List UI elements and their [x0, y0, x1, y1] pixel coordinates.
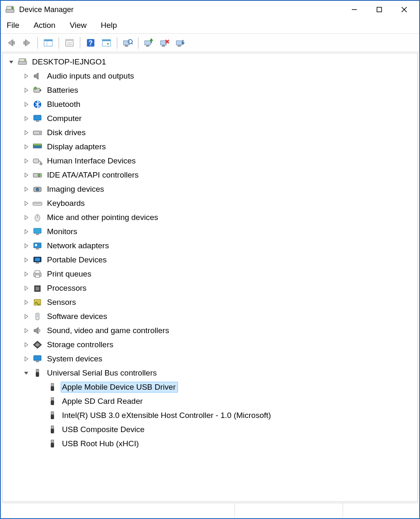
tree-device-row[interactable]: Apple Mobile Device USB Driver [2, 380, 418, 394]
tree-category-label: Print queues [46, 269, 94, 279]
toolbar-help-button[interactable]: ? [84, 36, 98, 50]
toolbar-disable-button[interactable] [173, 36, 188, 50]
svg-rect-63 [36, 248, 39, 250]
tree-category-label: Sensors [46, 297, 78, 308]
chevron-right-icon[interactable] [22, 156, 31, 166]
toolbar-forward-button[interactable] [20, 36, 34, 50]
toolbar-showhide-button[interactable] [41, 36, 55, 50]
toolbar-refresh-button[interactable] [99, 36, 114, 50]
tree-category-row[interactable]: Software devices [2, 309, 418, 324]
toolbar-separator [80, 37, 80, 49]
svg-rect-13 [66, 40, 73, 41]
menu-help[interactable]: Help [99, 20, 119, 31]
svg-rect-85 [51, 415, 54, 419]
svg-rect-54 [36, 203, 37, 204]
tree-category-label: Monitors [46, 226, 79, 237]
tree-category-label: Audio inputs and outputs [46, 71, 136, 82]
tree-category-row[interactable]: System devices [2, 352, 418, 366]
chevron-right-icon[interactable] [22, 269, 31, 279]
sound-icon [32, 326, 43, 336]
svg-rect-30 [176, 41, 182, 45]
chevron-right-icon[interactable] [22, 171, 31, 180]
tree-category-row[interactable]: Display adapters [2, 140, 418, 154]
tree-category-label: Mice and other pointing devices [46, 212, 160, 223]
chevron-right-icon[interactable] [22, 185, 31, 194]
chevron-down-icon[interactable] [22, 368, 31, 378]
close-button[interactable] [392, 1, 417, 18]
svg-rect-27 [162, 45, 165, 47]
chevron-right-icon[interactable] [22, 142, 31, 151]
tree-device-label: USB Root Hub (xHCI) [61, 438, 141, 449]
tree-category-label: Network adapters [46, 240, 111, 251]
tree-device-label: Intel(R) USB 3.0 eXtensible Host Control… [61, 410, 273, 421]
menu-file[interactable]: File [5, 20, 21, 31]
tree-category-row[interactable]: Network adapters [2, 239, 418, 253]
tree-category-label: Processors [46, 283, 89, 294]
toolbar-back-button[interactable] [4, 36, 18, 50]
tree-device-row[interactable]: Intel(R) USB 3.0 eXtensible Host Control… [2, 408, 418, 423]
chevron-right-icon[interactable] [22, 354, 31, 363]
usb-icon [32, 368, 43, 378]
chevron-right-icon[interactable] [22, 298, 31, 307]
toolbar-separator [37, 37, 38, 49]
statusbar [2, 503, 418, 517]
chevron-right-icon[interactable] [22, 72, 31, 81]
chevron-right-icon[interactable] [22, 128, 31, 137]
toolbar-update-button[interactable] [142, 36, 156, 50]
tree-category-row[interactable]: Portable Devices [2, 253, 418, 267]
chevron-right-icon[interactable] [22, 284, 31, 293]
tree-device-row[interactable]: USB Composite Device [2, 423, 418, 437]
usb-icon [47, 425, 58, 435]
menu-view[interactable]: View [68, 20, 88, 31]
minimize-button[interactable] [342, 1, 367, 18]
tree-category-row[interactable]: Batteries [2, 83, 418, 97]
chevron-right-icon[interactable] [22, 199, 31, 208]
chevron-right-icon[interactable] [22, 326, 31, 335]
svg-rect-86 [51, 426, 54, 429]
chevron-right-icon[interactable] [22, 312, 31, 321]
svg-rect-53 [35, 203, 36, 204]
tree-category-row[interactable]: Computer [2, 111, 418, 126]
tree-device-label: USB Composite Device [61, 424, 147, 435]
tree-category-row[interactable]: Sensors [2, 295, 418, 309]
tree-category-row[interactable]: IDE ATA/ATAPI controllers [2, 168, 418, 182]
tree-category-row[interactable]: Print queues [2, 267, 418, 281]
toolbar-scan-button[interactable] [121, 36, 135, 50]
tree-category-row[interactable]: Storage controllers [2, 338, 418, 352]
tree-category-row[interactable]: Imaging devices [2, 182, 418, 196]
tree-category-row[interactable]: Sound, video and game controllers [2, 324, 418, 338]
chevron-right-icon[interactable] [22, 227, 31, 236]
tree-category-row[interactable]: Universal Serial Bus controllers [2, 366, 418, 380]
tree-category-row[interactable]: Bluetooth [2, 97, 418, 111]
chevron-right-icon[interactable] [22, 213, 31, 222]
tree-root-row[interactable]: DESKTOP-IEJNGO1 [2, 55, 418, 69]
menu-action[interactable]: Action [32, 20, 57, 31]
toolbar-properties-button[interactable] [62, 36, 77, 50]
svg-point-42 [40, 132, 40, 133]
chevron-right-icon[interactable] [22, 255, 31, 264]
svg-rect-89 [51, 443, 54, 447]
toolbar-separator [138, 37, 138, 49]
tree-category-label: IDE ATA/ATAPI controllers [46, 170, 141, 180]
tree-category-row[interactable]: Disk drives [2, 126, 418, 140]
tree-category-row[interactable]: Human Interface Devices [2, 154, 418, 168]
tree-category-row[interactable]: Audio inputs and outputs [2, 69, 418, 83]
chevron-right-icon[interactable] [22, 241, 31, 250]
tree-device-row[interactable]: Apple SD Card Reader [2, 394, 418, 408]
maximize-button[interactable] [367, 1, 392, 18]
tree-category-row[interactable]: Processors [2, 281, 418, 295]
tree-category-label: System devices [46, 353, 104, 364]
chevron-down-icon[interactable] [7, 57, 16, 67]
tree-device-row[interactable]: USB Root Hub (xHCI) [2, 437, 418, 451]
tree-category-label: Computer [46, 113, 84, 124]
chevron-right-icon[interactable] [22, 114, 31, 123]
chevron-right-icon[interactable] [22, 100, 31, 109]
toolbar-uninstall-button[interactable] [158, 36, 172, 50]
chevron-right-icon[interactable] [22, 340, 31, 349]
device-tree[interactable]: DESKTOP-IEJNGO1 Audio inputs and outputs… [2, 53, 418, 502]
tree-category-row[interactable]: Keyboards [2, 196, 418, 210]
tree-category-label: Display adapters [46, 141, 108, 152]
chevron-right-icon[interactable] [22, 86, 31, 95]
tree-category-row[interactable]: Mice and other pointing devices [2, 210, 418, 225]
tree-category-row[interactable]: Monitors [2, 225, 418, 239]
